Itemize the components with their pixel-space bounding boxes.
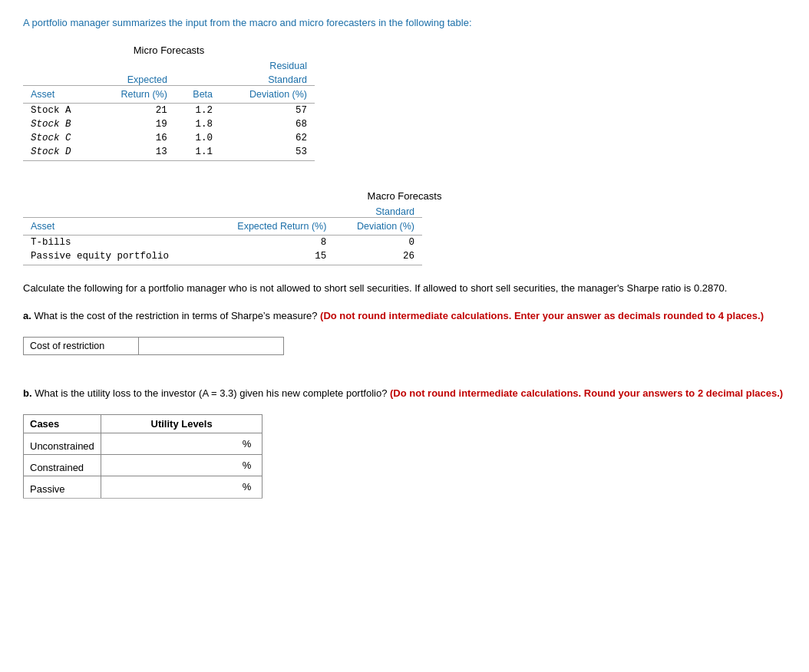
micro-th-empty2: [95, 58, 175, 71]
micro-deviation-cell: 57: [220, 103, 315, 117]
question-a-letter: a.: [23, 310, 31, 321]
question-b-main-text: What is the utility loss to the investor…: [35, 387, 387, 399]
question-b-letter: b.: [23, 387, 32, 399]
macro-deviation-cell: 0: [334, 235, 422, 249]
utility-table: Cases Utility Levels Unconstrained%Const…: [23, 414, 263, 499]
utility-value-cell: %: [101, 433, 263, 454]
question-b-instruction: (Do not round intermediate calculations.…: [390, 387, 783, 399]
micro-th-empty4: [23, 71, 95, 86]
utility-value-cell: %: [101, 476, 263, 498]
macro-table-row: T-bills80: [23, 235, 422, 249]
utility-table-row: Passive%: [24, 476, 263, 498]
utility-th-cases: Cases: [24, 414, 101, 433]
macro-th-return: Expected Return (%): [208, 217, 334, 235]
micro-deviation-cell: 68: [220, 117, 315, 131]
micro-beta-cell: 1.8: [175, 117, 220, 131]
micro-th-asset: Asset: [23, 85, 95, 103]
question-b-block: b. What is the utility loss to the inves…: [23, 386, 786, 402]
macro-deviation-cell: 26: [334, 249, 422, 265]
micro-deviation-cell: 53: [220, 145, 315, 161]
utility-value-input[interactable]: [112, 460, 241, 471]
utility-case-cell: Passive: [24, 476, 101, 498]
macro-table-row: Passive equity portfolio1526: [23, 249, 422, 265]
macro-th-asset: Asset: [23, 217, 208, 235]
question-intro-block: Calculate the following for a portfolio …: [23, 281, 786, 297]
utility-value-input[interactable]: [112, 438, 241, 450]
micro-th-empty3: [175, 58, 220, 71]
micro-table-title: Micro Forecasts: [23, 44, 315, 56]
utility-case-cell: Constrained: [24, 454, 101, 476]
macro-forecasts-section: Macro Forecasts Standard Asset Expected …: [23, 190, 786, 265]
micro-table-row: Stock A211.257: [23, 103, 315, 117]
micro-beta-cell: 1.1: [175, 145, 220, 161]
question-intro-text: Calculate the following for a portfolio …: [23, 282, 727, 294]
utility-th-levels: Utility Levels: [101, 414, 263, 433]
macro-th-standard-top: Standard: [334, 203, 422, 218]
macro-asset-cell: T-bills: [23, 235, 208, 249]
micro-return-cell: 13: [95, 145, 175, 161]
micro-table-row: Stock C161.062: [23, 131, 315, 145]
micro-return-cell: 21: [95, 103, 175, 117]
utility-value-input[interactable]: [112, 481, 241, 492]
utility-pct-label: %: [243, 438, 252, 450]
micro-asset-cell: Stock C: [23, 131, 95, 145]
cost-restriction-label: Cost of restriction: [24, 338, 139, 354]
question-a-main-text: What is the cost of the restriction in t…: [34, 310, 317, 321]
macro-asset-cell: Passive equity portfolio: [23, 249, 208, 265]
utility-table-row: Unconstrained%: [24, 433, 263, 454]
micro-asset-cell: Stock A: [23, 103, 95, 117]
micro-th-standard: Standard: [220, 71, 315, 86]
micro-forecasts-table: Residual Expected Standard Asset Return …: [23, 58, 315, 161]
question-a-instruction: (Do not round intermediate calculations.…: [320, 310, 764, 321]
micro-table-row: Stock D131.153: [23, 145, 315, 161]
micro-beta-cell: 1.2: [175, 103, 220, 117]
micro-asset-cell: Stock B: [23, 117, 95, 131]
macro-forecasts-table: Standard Asset Expected Return (%) Devia…: [23, 203, 422, 265]
utility-table-row: Constrained%: [24, 454, 263, 476]
macro-table-title: Macro Forecasts: [23, 190, 786, 202]
micro-deviation-cell: 62: [220, 131, 315, 145]
intro-paragraph: A portfolio manager summarizes the input…: [23, 15, 786, 31]
utility-case-cell: Unconstrained: [24, 433, 101, 454]
macro-return-cell: 8: [208, 235, 334, 249]
micro-th-empty1: [23, 58, 95, 71]
question-a-block: a. What is the cost of the restriction i…: [23, 308, 786, 324]
macro-th-empty2: [208, 203, 334, 218]
micro-return-cell: 16: [95, 131, 175, 145]
utility-pct-label: %: [243, 460, 252, 471]
micro-forecasts-section: Micro Forecasts Residual Expected Standa…: [23, 44, 315, 161]
utility-pct-label: %: [243, 481, 252, 492]
micro-return-cell: 19: [95, 117, 175, 131]
utility-value-cell: %: [101, 454, 263, 476]
micro-th-empty5: [175, 71, 220, 86]
micro-beta-cell: 1.0: [175, 131, 220, 145]
macro-return-cell: 15: [208, 249, 334, 265]
cost-restriction-input[interactable]: [139, 338, 283, 354]
micro-th-residual: Residual: [220, 58, 315, 71]
micro-th-expected: Expected: [95, 71, 175, 86]
micro-asset-cell: Stock D: [23, 145, 95, 161]
micro-table-row: Stock B191.868: [23, 117, 315, 131]
macro-th-empty: [23, 203, 208, 218]
micro-th-beta: Beta: [175, 85, 220, 103]
micro-th-return: Return (%): [95, 85, 175, 103]
cost-restriction-row: Cost of restriction: [23, 337, 284, 355]
macro-th-deviation: Deviation (%): [334, 217, 422, 235]
micro-th-deviation: Deviation (%): [220, 85, 315, 103]
